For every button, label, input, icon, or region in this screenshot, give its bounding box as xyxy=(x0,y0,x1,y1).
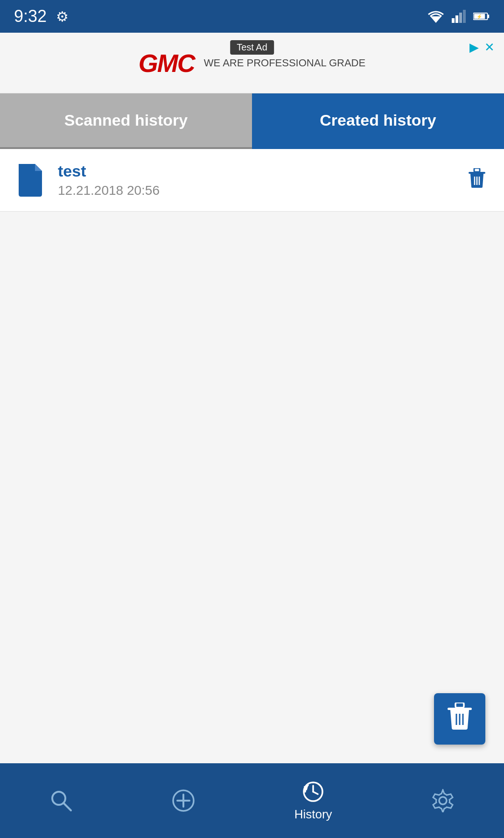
svg-point-27 xyxy=(439,797,447,804)
ad-tagline: WE ARE PROFESSIONAL GRADE xyxy=(204,57,365,69)
file-icon xyxy=(16,164,44,197)
list-item[interactable]: test 12.21.2018 20:56 xyxy=(0,149,504,212)
svg-rect-15 xyxy=(455,703,464,708)
nav-add[interactable] xyxy=(172,789,195,812)
svg-line-26 xyxy=(313,792,318,794)
signal-icon xyxy=(452,10,466,23)
svg-rect-2 xyxy=(455,15,458,23)
nav-history[interactable]: History xyxy=(294,780,332,822)
fab-delete-icon xyxy=(448,703,472,735)
svg-rect-1 xyxy=(452,18,455,23)
status-bar: 9:32 ⚙ ⚡ xyxy=(0,0,504,33)
ad-label: Test Ad xyxy=(230,40,274,55)
status-left: 9:32 ⚙ xyxy=(14,7,69,26)
fab-delete-button[interactable] xyxy=(434,693,485,745)
item-date: 12.21.2018 20:56 xyxy=(58,183,453,198)
search-icon xyxy=(49,789,73,812)
ad-close-icon[interactable]: ✕ xyxy=(484,40,495,55)
ad-logo: GMC xyxy=(139,49,195,78)
bottom-nav: History xyxy=(0,763,504,838)
svg-rect-6 xyxy=(488,14,490,18)
wifi-icon xyxy=(427,10,444,23)
file-icon-wrap xyxy=(14,164,47,197)
ad-banner: Test Ad GMC WE ARE PROFESSIONAL GRADE ▶ … xyxy=(0,33,504,93)
battery-icon: ⚡ xyxy=(473,10,490,23)
tab-created-history[interactable]: Created history xyxy=(252,93,504,147)
nav-settings[interactable] xyxy=(431,789,455,812)
svg-rect-10 xyxy=(474,168,480,172)
add-icon xyxy=(172,789,195,812)
tab-bar: Scanned history Created history xyxy=(0,93,504,147)
history-icon xyxy=(301,780,325,803)
content-area: test 12.21.2018 20:56 xyxy=(0,149,504,763)
status-time: 9:32 xyxy=(14,7,47,26)
status-right: ⚡ xyxy=(427,10,490,23)
nav-history-label: History xyxy=(294,807,332,822)
delete-item-icon[interactable] xyxy=(464,163,490,197)
ad-play-icon[interactable]: ▶ xyxy=(469,40,479,55)
svg-line-20 xyxy=(63,803,71,810)
svg-marker-0 xyxy=(430,16,441,23)
nav-search[interactable] xyxy=(49,789,73,812)
item-name: test xyxy=(58,162,453,180)
ad-controls: ▶ ✕ xyxy=(469,40,495,55)
svg-rect-4 xyxy=(463,10,466,23)
tab-scanned-history[interactable]: Scanned history xyxy=(0,93,252,147)
svg-text:⚡: ⚡ xyxy=(476,14,483,20)
item-info: test 12.21.2018 20:56 xyxy=(58,162,453,198)
settings-status-icon: ⚙ xyxy=(56,8,69,25)
settings-icon xyxy=(431,789,455,812)
svg-rect-3 xyxy=(459,13,462,23)
